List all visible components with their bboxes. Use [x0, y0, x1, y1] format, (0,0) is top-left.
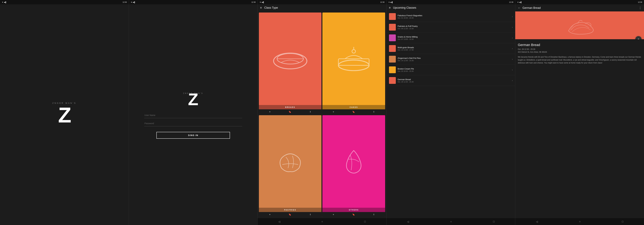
detail-description: We became friends with Eli and Tino of D… — [518, 56, 642, 64]
class-name-0: Fabulous French Baguettes — [398, 14, 510, 17]
nav-home-5[interactable]: ○ — [579, 220, 581, 223]
password-input[interactable] — [144, 121, 242, 126]
screen-classtype-panel: ▼ ◀ ▌ 12:30 ≡ Class Type BREADS — [258, 0, 386, 225]
cakes-image — [322, 12, 385, 105]
class-date-2: Oct. 07 13:00 - 15:30 — [398, 38, 510, 40]
card-pastries[interactable]: PASTRIES ♥ 🔖 ⬆ — [259, 115, 322, 217]
list-item-3[interactable]: Multi-grain Breads Oct. 13 14:30 - 17:30… — [386, 43, 515, 54]
others-label: OTHERS — [322, 208, 385, 212]
others-share-btn[interactable]: ⬆ — [373, 213, 375, 216]
card-others[interactable]: OTHERS ♥ 🔖 ⬆ — [322, 115, 385, 217]
class-date-6: Oct. 28 12:30 - 25:30 — [398, 81, 510, 83]
breads-svg — [268, 26, 312, 91]
back-button[interactable]: ← — [518, 6, 520, 9]
class-info-3: Multi-grain Breads Oct. 13 14:30 - 17:30 — [398, 46, 510, 51]
card-cakes[interactable]: CAKES ♥ 🔖 ⬆ — [322, 12, 385, 114]
status-left-4: ▼ ◀ ▌ — [388, 1, 393, 3]
list-item-0[interactable]: Fabulous French Baguettes Oct. 01 18:30 … — [386, 11, 515, 22]
cakes-heart-btn[interactable]: ♥ — [333, 111, 334, 113]
status-time-5: 12:30 — [638, 1, 642, 3]
card-breads[interactable]: BREADS ♥ 🔖 ⬆ — [259, 12, 322, 114]
screen-upcoming-panel: ▼ ◀ ▌ 12:30 ≡ Upcoming Classes Fabulous … — [386, 0, 516, 225]
german-bread-svg — [534, 14, 625, 36]
status-right-4: 12:30 — [509, 1, 514, 3]
cakes-bookmark-btn[interactable]: 🔖 — [352, 111, 355, 113]
cakes-actions: ♥ 🔖 ⬆ — [322, 109, 385, 114]
status-bar-5: ▼ ◀ ▌ 12:30 — [515, 0, 644, 4]
upcoming-screen: ≡ Upcoming Classes Fabulous French Bague… — [386, 4, 515, 225]
nav-square-4[interactable]: □ — [493, 220, 494, 223]
others-heart-btn[interactable]: ♥ — [333, 213, 334, 216]
more-button[interactable]: ⋮ — [639, 6, 642, 9]
nav-home-3[interactable]: ○ — [322, 220, 323, 223]
pastries-svg — [268, 129, 312, 194]
list-item-5[interactable]: Boston Cream Pie Oct. 20 18:30 - 20:30 › — [386, 64, 515, 75]
nav-home-4[interactable]: ○ — [450, 220, 452, 223]
signal-icon-2: ▼ ◀ ▌ — [131, 1, 136, 3]
nav-square-5[interactable]: □ — [622, 220, 624, 223]
breads-image — [259, 12, 322, 105]
detail-class-name: German Bread — [518, 43, 642, 47]
status-left-5: ▼ ◀ ▌ — [517, 1, 522, 3]
detail-page-title: German Bread — [522, 6, 637, 9]
chevron-3: › — [512, 47, 513, 50]
status-time-4: 12:30 — [509, 1, 514, 3]
class-date-3: Oct. 13 14:30 - 17:30 — [398, 49, 510, 51]
class-info-6: German Bread Oct. 28 12:30 - 25:30 — [398, 78, 510, 83]
class-cards-grid: BREADS ♥ 🔖 ⬆ CAK — [258, 11, 386, 218]
breads-bookmark-btn[interactable]: 🔖 — [288, 111, 291, 113]
others-image — [322, 115, 385, 208]
list-item-6[interactable]: German Bread Oct. 28 12:30 - 25:30 › — [386, 75, 515, 86]
status-left-1: ▼ ◀ ▌ — [2, 1, 7, 3]
sign-in-button[interactable]: SING IN — [156, 132, 230, 139]
cakes-label: CAKES — [322, 105, 385, 109]
hamburger-icon-4[interactable]: ≡ — [389, 6, 391, 9]
class-date-5: Oct. 20 18:30 - 20:30 — [398, 70, 510, 72]
pastries-share-btn[interactable]: ⬆ — [310, 213, 311, 216]
splash-z-letter: Z — [58, 104, 71, 126]
list-item-1[interactable]: Palmiers & Puff Pastry Oct. 06 12:30 - 1… — [386, 22, 515, 32]
breads-heart-btn[interactable]: ♥ — [269, 111, 270, 113]
thumb-3 — [389, 45, 396, 52]
list-item-2[interactable]: Grains & Home Milling Oct. 07 13:00 - 15… — [386, 32, 515, 43]
nav-back-4[interactable]: ◁ — [407, 220, 409, 223]
signal-icon-5: ▼ ◀ ▌ — [517, 1, 522, 3]
thumb-0 — [389, 13, 396, 20]
splash-logo-area: ZNGER MAN'S Z — [0, 4, 129, 225]
login-form-area: ZNGER MAN'S Z SING IN — [129, 4, 258, 225]
breads-share-btn[interactable]: ⬆ — [310, 111, 311, 113]
thumb-6 — [389, 77, 396, 84]
nav-square-3[interactable]: □ — [364, 220, 366, 223]
classtype-title: Class Type — [264, 6, 278, 9]
pastries-bookmark-btn[interactable]: 🔖 — [288, 213, 291, 216]
screen-detail-panel: ▼ ◀ ▌ 12:30 ← German Bread ⋮ + German Br… — [515, 0, 644, 225]
status-right-5: 12:30 — [638, 1, 642, 3]
thumb-1 — [389, 24, 396, 30]
class-info-0: Fabulous French Baguettes Oct. 01 18:30 … — [398, 14, 510, 19]
detail-screen: ← German Bread ⋮ + German Bread Oct. 28 … — [515, 4, 644, 225]
others-bookmark-btn[interactable]: 🔖 — [352, 213, 355, 216]
class-name-4: Zingerman's Deli Pot Pies — [398, 57, 510, 59]
class-info-4: Zingerman's Deli Pot Pies Oct. 14 12:30 … — [398, 57, 510, 61]
hamburger-icon-3[interactable]: ≡ — [260, 6, 262, 9]
list-item-4[interactable]: Zingerman's Deli Pot Pies Oct. 14 12:30 … — [386, 54, 515, 64]
signal-icon-3: ▼ ◀ ▌ — [260, 1, 264, 3]
class-name-1: Palmiers & Puff Pastry — [398, 25, 510, 27]
pastries-heart-btn[interactable]: ♥ — [269, 213, 270, 216]
bottom-nav-5: ◁ ○ □ — [515, 218, 644, 225]
status-bar-3: ▼ ◀ ▌ 12:30 — [258, 0, 386, 4]
status-right-1: 12:30 — [122, 1, 127, 3]
class-name-2: Grains & Home Milling — [398, 36, 510, 38]
fab-add-button[interactable]: + — [635, 36, 642, 39]
nav-back-5[interactable]: ◁ — [536, 220, 538, 223]
username-input[interactable] — [144, 112, 242, 118]
bottom-nav-4: ◁ ○ □ — [386, 218, 515, 225]
nav-back-3[interactable]: ◁ — [278, 220, 280, 223]
class-date-0: Oct. 01 18:30 - 20:30 — [398, 17, 510, 19]
upcoming-title: Upcoming Classes — [393, 6, 416, 9]
class-name-3: Multi-grain Breads — [398, 46, 510, 49]
breads-label: BREADS — [259, 105, 322, 109]
cakes-share-btn[interactable]: ⬆ — [373, 111, 375, 113]
detail-hero-image: + — [515, 11, 644, 39]
thumb-5 — [389, 66, 396, 73]
